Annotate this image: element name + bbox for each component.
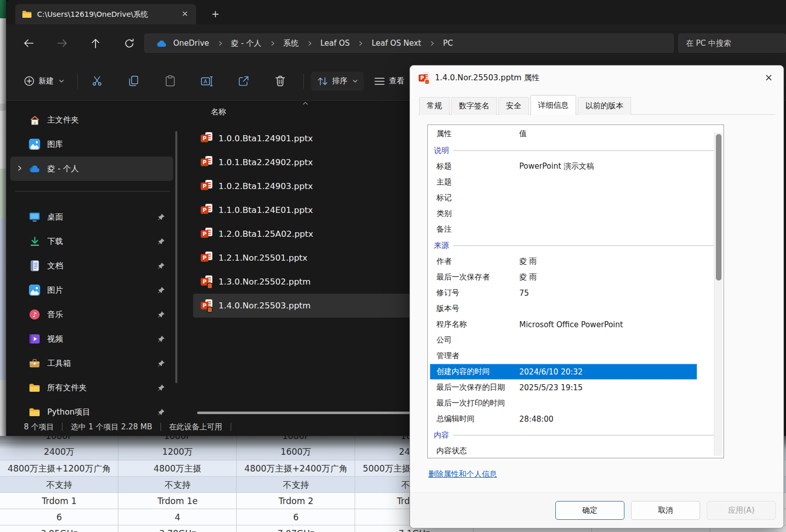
onedrive-icon <box>156 40 167 47</box>
property-row[interactable]: 总编辑时间28:48:00 <box>430 411 697 427</box>
remove-properties-link[interactable]: 删除属性和个人信息 <box>428 470 497 479</box>
property-row[interactable]: 最后一次保存者夌 雨 <box>430 269 697 285</box>
property-row[interactable]: 标记 <box>430 190 697 206</box>
property-row[interactable]: 版本号 <box>430 301 697 317</box>
folder-icon <box>22 10 32 18</box>
onedrive-icon <box>28 163 41 175</box>
explorer-tab-bar: C:\Users\12619\OneDrive\系统 × + <box>6 0 786 24</box>
sidebar-item-toolbox[interactable]: 工具箱 <box>10 351 173 375</box>
sidebar-item-pictures[interactable]: 图片 <box>10 278 173 302</box>
powerpoint-macro-file-icon: P <box>201 276 212 288</box>
chevron-right-icon <box>356 41 365 46</box>
explorer-tab[interactable]: C:\Users\12619\OneDrive\系统 × <box>15 4 196 24</box>
section-description: 说明 <box>430 142 697 159</box>
up-button[interactable] <box>86 34 105 52</box>
cancel-button[interactable]: 取消 <box>631 501 700 520</box>
property-row-selected[interactable]: 创建内容的时间2024/6/10 20:32 <box>430 364 697 380</box>
sidebar-item-music[interactable]: ♪ 音乐 <box>10 302 173 327</box>
apply-button[interactable]: 应用(A) <box>707 501 776 520</box>
pictures-icon <box>28 284 41 296</box>
section-origin: 来源 <box>430 237 697 254</box>
copy-button[interactable] <box>121 70 146 92</box>
refresh-button[interactable] <box>120 34 138 52</box>
sidebar-item-label: 文档 <box>47 261 151 271</box>
toolbar-divider <box>303 74 304 89</box>
view-button[interactable]: 查看 <box>368 72 411 90</box>
chevron-right-icon[interactable] <box>17 165 22 171</box>
sidebar-item-videos[interactable]: 视频 <box>10 327 173 351</box>
property-row[interactable]: 作者夌 雨 <box>430 254 697 269</box>
breadcrumb-item[interactable]: Leaf OS <box>318 37 353 49</box>
property-row[interactable]: 最后一次打印的时间 <box>430 395 697 411</box>
plus-circle-icon <box>24 76 35 86</box>
paste-button[interactable] <box>158 70 182 92</box>
rename-button[interactable]: A <box>195 70 219 92</box>
new-tab-button[interactable]: + <box>207 6 224 22</box>
tab-details[interactable]: 详细信息 <box>530 95 576 115</box>
share-button[interactable] <box>231 70 256 92</box>
powerpoint-macro-file-icon: P <box>201 300 212 311</box>
svg-text:A: A <box>204 79 207 84</box>
breadcrumb-item-onedrive[interactable]: OneDrive <box>170 37 212 49</box>
properties-scrollbar[interactable] <box>714 133 722 456</box>
back-button[interactable] <box>19 34 38 52</box>
property-row[interactable]: 管理者 <box>430 348 697 364</box>
tab-previous-versions[interactable]: 以前的版本 <box>578 97 631 115</box>
sort-arrows-icon <box>317 76 328 86</box>
breadcrumb-item-current[interactable]: PC <box>440 37 456 49</box>
toolbar-divider <box>77 74 78 89</box>
tab-security[interactable]: 安全 <box>498 97 529 115</box>
tab-close-icon[interactable]: × <box>179 8 191 20</box>
dialog-title-bar[interactable]: P 1.4.0.Nor.25503.pptm 属性 × <box>410 66 783 90</box>
sidebar-scrollbar[interactable] <box>175 131 177 383</box>
pin-icon <box>158 287 165 294</box>
properties-list[interactable]: 属性 值 说明 标题PowerPoint 演示文稿 主题 标记 类别 备注 来源… <box>427 124 724 458</box>
property-row[interactable]: 程序名称Microsoft Office PowerPoint <box>430 317 697 332</box>
pin-icon <box>158 335 165 343</box>
property-row[interactable]: 内容状态 <box>430 443 697 458</box>
breadcrumb-item[interactable]: 系统 <box>280 37 302 50</box>
home-icon <box>28 114 41 126</box>
sidebar-item-downloads[interactable]: 下载 <box>10 229 173 254</box>
sidebar-item-python-project[interactable]: Python项目 <box>10 400 173 424</box>
section-content: 内容 <box>430 427 697 443</box>
sidebar-item-desktop[interactable]: 桌面 <box>10 205 173 229</box>
property-row[interactable]: 标题PowerPoint 演示文稿 <box>430 159 697 174</box>
sort-button[interactable]: 排序 <box>311 72 364 91</box>
search-box[interactable] <box>678 34 786 53</box>
availability-status: 在此设备上可用 <box>169 422 223 432</box>
new-button[interactable]: 新建 <box>18 71 70 91</box>
breadcrumb-item[interactable]: Leaf OS Next <box>368 37 424 49</box>
scrollbar-thumb[interactable] <box>716 134 721 280</box>
close-icon[interactable]: × <box>759 69 778 86</box>
property-row[interactable]: 主题 <box>430 174 697 190</box>
sidebar-item-label: 下载 <box>47 236 151 247</box>
cut-button[interactable] <box>85 70 109 92</box>
sidebar-item-gallery[interactable]: 图库 <box>10 132 173 157</box>
property-row[interactable]: 备注 <box>430 222 697 237</box>
ok-button[interactable]: 确定 <box>555 501 624 520</box>
chevron-right-icon <box>215 41 225 46</box>
sidebar: 主文件夹 图库 夌 - 个人 桌面 <box>6 101 180 418</box>
sidebar-item-home[interactable]: 主文件夹 <box>10 108 173 132</box>
breadcrumb[interactable]: OneDrive 夌 - 个人 系统 Leaf OS Leaf OS Next … <box>144 34 674 53</box>
property-row[interactable]: 修订号75 <box>430 285 697 301</box>
property-row[interactable]: 类别 <box>430 206 697 222</box>
pin-icon <box>158 384 165 392</box>
sidebar-item-documents[interactable]: 文档 <box>10 254 173 278</box>
chevron-down-icon <box>59 79 64 83</box>
breadcrumb-item[interactable]: 夌 - 个人 <box>228 37 265 50</box>
search-input[interactable] <box>685 38 779 48</box>
properties-list-header: 属性 值 <box>428 125 724 142</box>
forward-button[interactable] <box>53 34 71 52</box>
sort-ascending-icon[interactable] <box>302 102 308 105</box>
tab-digital-signatures[interactable]: 数字签名 <box>451 97 497 115</box>
pin-icon <box>158 311 165 319</box>
sidebar-item-onedrive[interactable]: 夌 - 个人 <box>10 157 173 181</box>
tab-general[interactable]: 常规 <box>419 97 450 115</box>
column-header-name[interactable]: 名称 <box>211 107 226 117</box>
property-row[interactable]: 最后一次保存的日期2025/5/23 19:15 <box>430 380 697 395</box>
sidebar-item-all-folders[interactable]: 所有文件夹 <box>10 375 173 400</box>
delete-button[interactable] <box>268 70 292 92</box>
property-row[interactable]: 公司 <box>430 332 697 348</box>
